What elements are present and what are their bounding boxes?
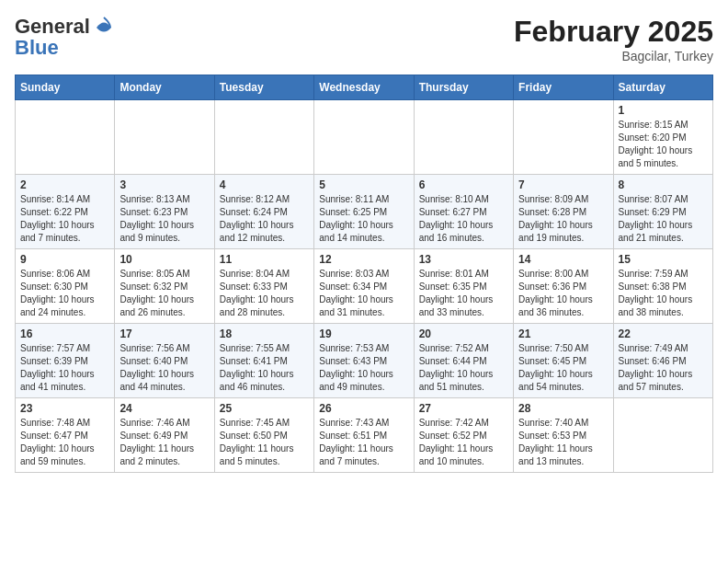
day-number: 28	[518, 402, 608, 415]
col-header-wednesday: Wednesday	[314, 75, 414, 100]
location-subtitle: Bagcilar, Turkey	[514, 49, 713, 63]
day-info: Sunrise: 7:42 AM Sunset: 6:52 PM Dayligh…	[419, 417, 508, 468]
day-info: Sunrise: 8:15 AM Sunset: 6:20 PM Dayligh…	[619, 119, 708, 170]
calendar-cell: 7Sunrise: 8:09 AM Sunset: 6:28 PM Daylig…	[514, 175, 613, 249]
day-info: Sunrise: 8:12 AM Sunset: 6:24 PM Dayligh…	[220, 193, 309, 245]
day-number: 8	[619, 178, 708, 191]
calendar-cell	[414, 100, 513, 175]
day-number: 21	[518, 327, 608, 340]
day-number: 22	[619, 327, 708, 340]
calendar-cell: 3Sunrise: 8:13 AM Sunset: 6:23 PM Daylig…	[115, 175, 214, 249]
day-info: Sunrise: 7:49 AM Sunset: 6:46 PM Dayligh…	[619, 342, 708, 394]
calendar-cell: 24Sunrise: 7:46 AM Sunset: 6:49 PM Dayli…	[115, 398, 214, 473]
calendar-cell: 12Sunrise: 8:03 AM Sunset: 6:34 PM Dayli…	[314, 249, 414, 324]
day-number: 7	[518, 178, 608, 191]
day-info: Sunrise: 8:10 AM Sunset: 6:27 PM Dayligh…	[419, 193, 508, 245]
day-info: Sunrise: 7:55 AM Sunset: 6:41 PM Dayligh…	[220, 342, 309, 394]
calendar-cell	[314, 100, 414, 175]
col-header-tuesday: Tuesday	[214, 75, 313, 100]
calendar-week-row: 16Sunrise: 7:57 AM Sunset: 6:39 PM Dayli…	[16, 324, 713, 398]
calendar-cell: 10Sunrise: 8:05 AM Sunset: 6:32 PM Dayli…	[115, 249, 214, 324]
calendar-cell: 22Sunrise: 7:49 AM Sunset: 6:46 PM Dayli…	[613, 324, 712, 398]
calendar-week-row: 2Sunrise: 8:14 AM Sunset: 6:22 PM Daylig…	[16, 175, 713, 249]
day-info: Sunrise: 8:05 AM Sunset: 6:32 PM Dayligh…	[119, 268, 209, 319]
day-info: Sunrise: 7:52 AM Sunset: 6:44 PM Dayligh…	[419, 342, 508, 394]
calendar-cell: 9Sunrise: 8:06 AM Sunset: 6:30 PM Daylig…	[16, 249, 115, 324]
day-number: 13	[419, 253, 508, 266]
day-info: Sunrise: 8:04 AM Sunset: 6:33 PM Dayligh…	[220, 268, 309, 319]
calendar-cell: 5Sunrise: 8:11 AM Sunset: 6:25 PM Daylig…	[314, 175, 414, 249]
col-header-thursday: Thursday	[414, 75, 513, 100]
day-info: Sunrise: 7:50 AM Sunset: 6:45 PM Dayligh…	[518, 342, 608, 394]
day-info: Sunrise: 8:09 AM Sunset: 6:28 PM Dayligh…	[518, 193, 608, 245]
day-info: Sunrise: 7:56 AM Sunset: 6:40 PM Dayligh…	[119, 342, 209, 394]
calendar-cell: 28Sunrise: 7:40 AM Sunset: 6:53 PM Dayli…	[514, 398, 613, 473]
day-info: Sunrise: 7:48 AM Sunset: 6:47 PM Dayligh…	[20, 417, 109, 468]
day-number: 6	[419, 178, 508, 191]
day-info: Sunrise: 7:57 AM Sunset: 6:39 PM Dayligh…	[20, 342, 109, 394]
calendar-cell: 21Sunrise: 7:50 AM Sunset: 6:45 PM Dayli…	[514, 324, 613, 398]
calendar-cell	[115, 100, 214, 175]
calendar-cell: 6Sunrise: 8:10 AM Sunset: 6:27 PM Daylig…	[414, 175, 513, 249]
logo: General Blue	[15, 15, 116, 60]
day-info: Sunrise: 7:45 AM Sunset: 6:50 PM Dayligh…	[220, 417, 309, 468]
calendar-cell: 4Sunrise: 8:12 AM Sunset: 6:24 PM Daylig…	[214, 175, 313, 249]
day-info: Sunrise: 8:00 AM Sunset: 6:36 PM Dayligh…	[518, 268, 608, 319]
col-header-friday: Friday	[514, 75, 613, 100]
col-header-sunday: Sunday	[16, 75, 115, 100]
day-info: Sunrise: 7:43 AM Sunset: 6:51 PM Dayligh…	[319, 417, 408, 468]
col-header-saturday: Saturday	[613, 75, 712, 100]
logo-icon	[92, 16, 116, 40]
page-header: General Blue February 2025 Bagcilar, Tur…	[15, 15, 713, 63]
day-info: Sunrise: 8:06 AM Sunset: 6:30 PM Dayligh…	[20, 268, 109, 319]
month-year-title: February 2025	[514, 15, 713, 49]
calendar-cell: 25Sunrise: 7:45 AM Sunset: 6:50 PM Dayli…	[214, 398, 313, 473]
day-info: Sunrise: 8:07 AM Sunset: 6:29 PM Dayligh…	[619, 193, 708, 245]
day-info: Sunrise: 8:11 AM Sunset: 6:25 PM Dayligh…	[319, 193, 408, 245]
calendar-cell: 19Sunrise: 7:53 AM Sunset: 6:43 PM Dayli…	[314, 324, 414, 398]
day-number: 15	[619, 253, 708, 266]
day-number: 26	[319, 402, 408, 415]
calendar-week-row: 1Sunrise: 8:15 AM Sunset: 6:20 PM Daylig…	[16, 100, 713, 175]
calendar-cell	[514, 100, 613, 175]
calendar-table: SundayMondayTuesdayWednesdayThursdayFrid…	[15, 75, 713, 473]
calendar-week-row: 9Sunrise: 8:06 AM Sunset: 6:30 PM Daylig…	[16, 249, 713, 324]
day-number: 16	[20, 327, 109, 340]
day-info: Sunrise: 8:01 AM Sunset: 6:35 PM Dayligh…	[419, 268, 508, 319]
calendar-cell: 16Sunrise: 7:57 AM Sunset: 6:39 PM Dayli…	[16, 324, 115, 398]
day-info: Sunrise: 8:14 AM Sunset: 6:22 PM Dayligh…	[20, 193, 109, 245]
day-number: 19	[319, 327, 408, 340]
day-info: Sunrise: 7:46 AM Sunset: 6:49 PM Dayligh…	[119, 417, 209, 468]
title-block: February 2025 Bagcilar, Turkey	[514, 15, 713, 63]
calendar-cell: 20Sunrise: 7:52 AM Sunset: 6:44 PM Dayli…	[414, 324, 513, 398]
calendar-cell: 26Sunrise: 7:43 AM Sunset: 6:51 PM Dayli…	[314, 398, 414, 473]
logo-general: General	[15, 15, 90, 38]
calendar-cell: 18Sunrise: 7:55 AM Sunset: 6:41 PM Dayli…	[214, 324, 313, 398]
calendar-cell: 23Sunrise: 7:48 AM Sunset: 6:47 PM Dayli…	[16, 398, 115, 473]
day-number: 12	[319, 253, 408, 266]
day-info: Sunrise: 8:03 AM Sunset: 6:34 PM Dayligh…	[319, 268, 408, 319]
calendar-week-row: 23Sunrise: 7:48 AM Sunset: 6:47 PM Dayli…	[16, 398, 713, 473]
day-info: Sunrise: 7:53 AM Sunset: 6:43 PM Dayligh…	[319, 342, 408, 394]
day-number: 27	[419, 402, 508, 415]
day-number: 24	[119, 402, 209, 415]
day-number: 10	[119, 253, 209, 266]
calendar-cell: 13Sunrise: 8:01 AM Sunset: 6:35 PM Dayli…	[414, 249, 513, 324]
calendar-header-row: SundayMondayTuesdayWednesdayThursdayFrid…	[16, 75, 713, 100]
calendar-cell: 15Sunrise: 7:59 AM Sunset: 6:38 PM Dayli…	[613, 249, 712, 324]
col-header-monday: Monday	[115, 75, 214, 100]
day-number: 20	[419, 327, 508, 340]
calendar-cell: 14Sunrise: 8:00 AM Sunset: 6:36 PM Dayli…	[514, 249, 613, 324]
day-number: 25	[220, 402, 309, 415]
day-number: 9	[20, 253, 109, 266]
calendar-cell	[613, 398, 712, 473]
day-number: 23	[20, 402, 109, 415]
day-number: 5	[319, 178, 408, 191]
calendar-cell: 8Sunrise: 8:07 AM Sunset: 6:29 PM Daylig…	[613, 175, 712, 249]
calendar-cell: 17Sunrise: 7:56 AM Sunset: 6:40 PM Dayli…	[115, 324, 214, 398]
day-number: 3	[119, 178, 209, 191]
calendar-cell	[214, 100, 313, 175]
day-number: 11	[220, 253, 309, 266]
calendar-cell: 27Sunrise: 7:42 AM Sunset: 6:52 PM Dayli…	[414, 398, 513, 473]
day-info: Sunrise: 8:13 AM Sunset: 6:23 PM Dayligh…	[119, 193, 209, 245]
